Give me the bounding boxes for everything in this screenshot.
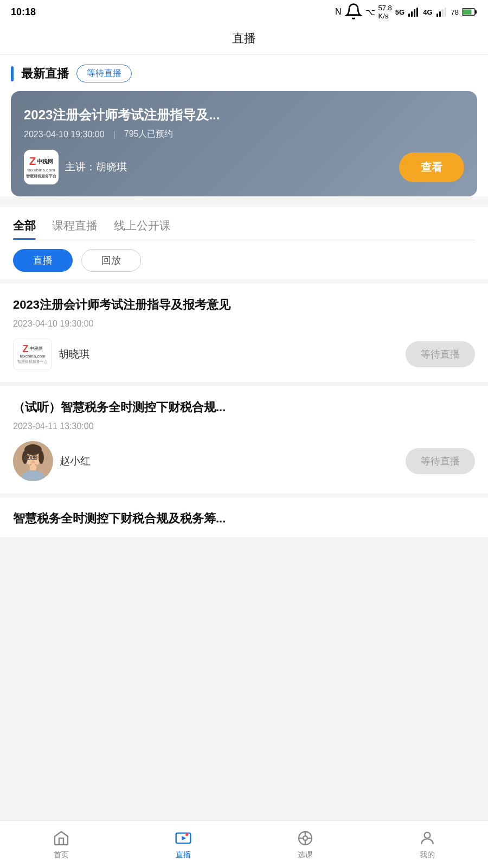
bottom-nav: 首页 直播 选课 我的 <box>0 820 488 868</box>
nav-label-home: 首页 <box>54 850 69 860</box>
signal-bars-1 <box>408 7 420 17</box>
status-bar: 10:18 N ⌥ 57.8K/s 5G 4G 7 <box>0 0 488 24</box>
status-icons: N ⌥ 57.8K/s 5G 4G 78 <box>335 3 477 22</box>
page-header: 直播 <box>0 24 488 55</box>
svg-point-19 <box>26 456 29 458</box>
featured-instructor: Z 中税网 taxchina.com 智慧财税服务平台 主讲：胡晓琪 <box>24 150 127 184</box>
home-icon <box>53 829 70 847</box>
featured-card: 2023注册会计师考试注册指导及... 2023-04-10 19:30:00 … <box>11 91 477 196</box>
list-card-bottom-2: 赵小红 等待直播 <box>13 441 475 481</box>
partial-card-title: 智慧税务全时测控下财税合规及税务筹... <box>13 510 475 527</box>
nav-item-home[interactable]: 首页 <box>0 821 122 868</box>
featured-instructor-label: 主讲：胡晓琪 <box>65 160 127 174</box>
instructor-name-2: 赵小红 <box>60 454 91 468</box>
nav-label-course: 选课 <box>298 850 313 860</box>
nav-label-live: 直播 <box>176 850 191 860</box>
nav-item-live[interactable]: 直播 <box>122 821 244 868</box>
featured-reservations: 795人已预约 <box>124 129 174 140</box>
instructor-name-1: 胡晓琪 <box>59 347 89 361</box>
tab-course-live[interactable]: 课程直播 <box>52 218 98 240</box>
svg-rect-21 <box>30 465 36 470</box>
svg-point-15 <box>38 451 44 464</box>
main-tabs: 全部 课程直播 线上公开课 <box>13 218 475 240</box>
sub-tab-replay[interactable]: 回放 <box>81 249 141 272</box>
featured-card-title: 2023注册会计师考试注册指导及... <box>24 106 464 123</box>
signal-text: 57.8K/s <box>378 4 392 20</box>
latest-live-section: 最新直播 等待直播 2023注册会计师考试注册指导及... 2023-04-10… <box>0 55 488 196</box>
list-item-partial: 智慧税务全时测控下财税合规及税务筹... <box>0 497 488 537</box>
featured-date: 2023-04-10 19:30:00 <box>24 130 105 139</box>
svg-rect-2 <box>414 9 415 17</box>
svg-point-27 <box>303 836 307 840</box>
title-accent-bar <box>11 66 14 81</box>
svg-point-20 <box>33 456 36 458</box>
nfc-icon: N <box>335 7 342 17</box>
list-item: 2023注册会计师考试注册指导及报考意见 2023-04-10 19:30:00… <box>0 284 488 382</box>
signal-4g: 4G <box>423 8 432 16</box>
svg-rect-6 <box>442 9 444 17</box>
list-card-bottom-1: Z 中税网 taxchina.com 智慧财税服务平台 胡晓琪 等待直播 <box>13 339 475 370</box>
svg-rect-10 <box>475 10 477 14</box>
live-list-section: 2023注册会计师考试注册指导及报考意见 2023-04-10 19:30:00… <box>0 284 488 537</box>
list-card-date-1: 2023-04-10 19:30:00 <box>13 319 475 329</box>
svg-point-25 <box>185 833 188 835</box>
featured-card-meta: 2023-04-10 19:30:00 | 795人已预约 <box>24 129 464 140</box>
live-icon <box>175 829 192 847</box>
list-card-date-2: 2023-04-11 13:30:00 <box>13 422 475 431</box>
section-title: 最新直播 <box>21 66 69 82</box>
svg-rect-7 <box>445 8 446 17</box>
avatar-2 <box>13 441 53 481</box>
list-card-instructor-2: 赵小红 <box>13 441 91 481</box>
course-icon <box>297 829 314 847</box>
nav-label-profile: 我的 <box>420 850 435 860</box>
svg-marker-24 <box>182 836 186 840</box>
view-button[interactable]: 查看 <box>399 152 464 182</box>
battery-icon: 78 <box>451 8 459 16</box>
wait-live-button-1[interactable]: 等待直播 <box>406 341 475 367</box>
svg-rect-0 <box>408 14 410 17</box>
page-title: 直播 <box>232 31 256 45</box>
status-time: 10:18 <box>11 7 36 18</box>
tab-all[interactable]: 全部 <box>13 218 36 240</box>
signal-5g: 5G <box>395 8 404 16</box>
sub-tab-live[interactable]: 直播 <box>13 249 73 272</box>
battery-indicator <box>462 8 477 16</box>
profile-icon <box>419 829 436 847</box>
list-card-title-2: （试听）智慧税务全时测控下财税合规... <box>13 399 475 416</box>
sub-tabs-row: 直播 回放 <box>0 240 488 279</box>
svg-point-32 <box>424 832 430 838</box>
svg-rect-1 <box>411 11 413 17</box>
main-tabs-section: 全部 课程直播 线上公开课 <box>0 207 488 240</box>
signal-bars-2 <box>436 7 448 17</box>
bluetooth-icon: ⌥ <box>365 7 375 17</box>
company-logo-small-1: Z 中税网 taxchina.com 智慧财税服务平台 <box>13 339 52 370</box>
svg-rect-5 <box>439 11 441 17</box>
svg-rect-3 <box>416 8 418 17</box>
meta-divider: | <box>113 130 115 139</box>
tab-online-public[interactable]: 线上公开课 <box>114 218 171 240</box>
nav-item-profile[interactable]: 我的 <box>366 821 488 868</box>
company-logo-badge: Z 中税网 taxchina.com 智慧财税服务平台 <box>24 150 59 184</box>
featured-card-bottom: Z 中税网 taxchina.com 智慧财税服务平台 主讲：胡晓琪 查看 <box>24 150 464 184</box>
waiting-live-badge[interactable]: 等待直播 <box>76 65 132 82</box>
list-card-title-1: 2023注册会计师考试注册指导及报考意见 <box>13 297 475 314</box>
notification-icon <box>345 3 362 22</box>
list-card-instructor-1: Z 中税网 taxchina.com 智慧财税服务平台 胡晓琪 <box>13 339 89 370</box>
nav-item-course[interactable]: 选课 <box>244 821 366 868</box>
svg-rect-9 <box>463 10 472 15</box>
section-title-row: 最新直播 等待直播 <box>11 65 477 82</box>
svg-rect-4 <box>436 14 438 17</box>
list-item: （试听）智慧税务全时测控下财税合规... 2023-04-11 13:30:00 <box>0 386 488 493</box>
wait-live-button-2[interactable]: 等待直播 <box>406 448 475 474</box>
